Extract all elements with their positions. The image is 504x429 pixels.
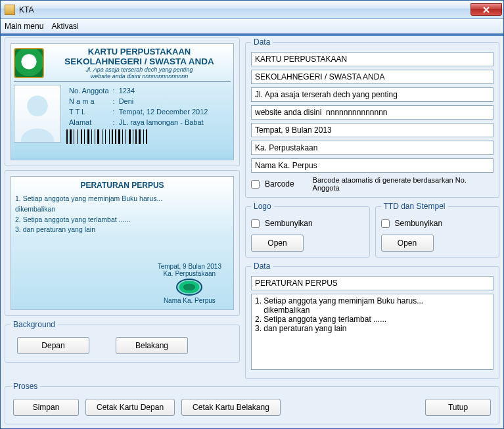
bg-belakang-button[interactable]: Belakang [116, 337, 188, 354]
card-title: KARTU PERPUSTAKAAN [48, 47, 231, 56]
background-legend: Background [11, 320, 58, 329]
person-icon [16, 89, 59, 142]
data-field-6[interactable] [251, 141, 493, 155]
simpan-button[interactable]: Simpan [13, 399, 79, 416]
alamat-label: Alamat [68, 118, 110, 127]
logo-group: Logo Sembunyikan Open [245, 202, 370, 258]
logo-legend: Logo [251, 202, 274, 211]
barcode-hint: Barcode ataomatis di generate berdasarka… [313, 176, 493, 192]
cetak-depan-button[interactable]: Cetak Kartu Depan [85, 399, 175, 416]
nama-label: N a m a [68, 97, 110, 106]
rules-title-input[interactable] [251, 276, 493, 290]
rules-body-textarea[interactable] [251, 294, 493, 370]
tutup-button[interactable]: Tutup [425, 399, 491, 416]
stamp-icon [176, 279, 202, 296]
ttd-legend: TTD dan Stempel [381, 202, 448, 211]
barcode-label: Barcode [265, 179, 294, 189]
ttd-group: TTD dan Stempel Sembunyikan Open [375, 202, 500, 258]
svg-point-0 [27, 95, 48, 116]
alamat-value: JL. raya lamongan - Babat [118, 118, 210, 127]
data2-group: Data [245, 261, 499, 379]
logo-hide-label: Sembunyikan [265, 219, 313, 228]
app-icon [5, 5, 15, 15]
data2-legend: Data [251, 261, 273, 271]
menubar: Main menu Aktivasi [1, 19, 503, 34]
barcode-checkbox[interactable] [251, 180, 260, 189]
sig-role: Ka. Perpustakaan [158, 270, 221, 277]
ttl-label: T T L [68, 107, 110, 116]
ttl-value: Tempat, 12 December 2012 [118, 107, 210, 116]
card-front-frame: KARTU PERPUSTAKAAN SEKOLAHNEGERI / SWAST… [5, 37, 240, 166]
card-front: KARTU PERPUSTAKAAN SEKOLAHNEGERI / SWAST… [11, 43, 234, 160]
titlebar: KTA [1, 1, 503, 19]
app-window: KTA Main menu Aktivasi KARTU PERPUSTAKAA… [0, 0, 504, 429]
ttd-open-button[interactable]: Open [381, 235, 434, 252]
card-back: PERATURAN PERPUS 1. Setiap anggota yang … [11, 176, 234, 310]
background-group: Background Depan Belakang [5, 320, 240, 363]
avatar [14, 85, 61, 143]
proses-group: Proses Simpan Cetak Kartu Depan Cetak Ka… [5, 382, 499, 424]
sig-place-date: Tempat, 9 Bulan 2013 [158, 263, 221, 270]
data-field-1[interactable] [251, 52, 493, 66]
proses-legend: Proses [11, 382, 40, 391]
no-label: No. Anggota [68, 86, 110, 95]
card-addr1: Jl. Apa asaja terserah dech yang penting [48, 66, 231, 73]
card-addr2: website anda disini nnnnnnnnnnnnnn [48, 73, 231, 79]
logo-open-button[interactable]: Open [251, 235, 304, 252]
menu-aktivasi[interactable]: Aktivasi [51, 22, 78, 31]
client-area: KARTU PERPUSTAKAAN SEKOLAHNEGERI / SWAST… [1, 34, 503, 428]
data-group: Data Barcode Barcode ataomatis di genera… [245, 37, 499, 198]
data-legend: Data [251, 37, 273, 47]
menu-main[interactable]: Main menu [5, 22, 43, 31]
no-value: 1234 [118, 86, 210, 95]
data-field-2[interactable] [251, 70, 493, 84]
data-field-7[interactable] [251, 158, 493, 173]
ttd-hide-label: Sembunyikan [395, 219, 443, 228]
back-title: PERATURAN PERPUS [15, 181, 229, 190]
logo-hide-checkbox[interactable] [251, 219, 260, 228]
ttd-hide-checkbox[interactable] [381, 219, 390, 228]
window-title: KTA [19, 5, 470, 14]
cetak-belakang-button[interactable]: Cetak Kartu Belakang [181, 399, 281, 416]
card-school: SEKOLAHNEGERI / SWASTA ANDA [48, 56, 231, 66]
barcode-graphic [66, 129, 231, 144]
bg-depan-button[interactable]: Depan [17, 337, 89, 354]
close-button[interactable] [470, 3, 502, 16]
data-field-5[interactable] [251, 123, 493, 137]
data-field-3[interactable] [251, 87, 493, 102]
school-logo-icon [14, 48, 44, 78]
sig-name: Nama Ka. Perpus [158, 297, 221, 304]
card-back-frame: PERATURAN PERPUS 1. Setiap anggota yang … [5, 170, 240, 316]
data-field-4[interactable] [251, 105, 493, 120]
nama-value: Deni [118, 97, 210, 106]
back-rules: 1. Setiap anggota yang meminjam Buku har… [15, 194, 229, 235]
close-icon [482, 7, 490, 13]
